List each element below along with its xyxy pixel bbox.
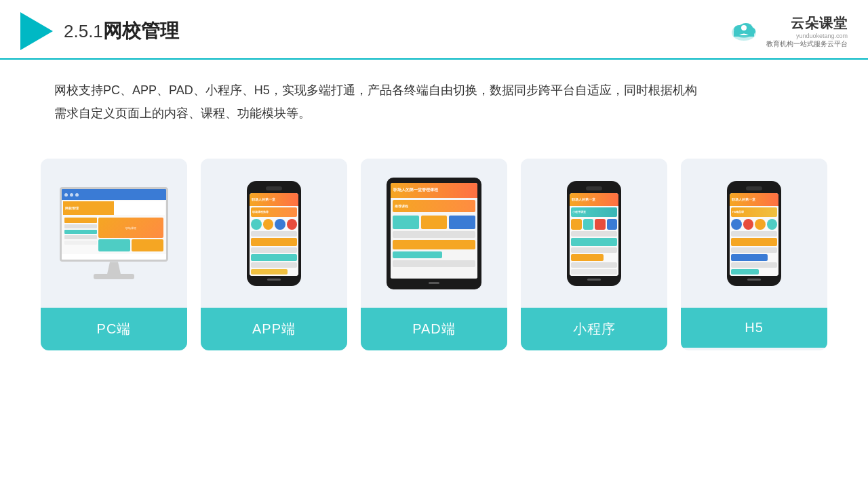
h5-phone-icon: 职场人的第一堂 H5精品课 <box>727 181 781 286</box>
miniapp-phone-icon: 职场人的第一堂 小程序课堂 <box>567 181 621 286</box>
card-pc-image: 网校管理 职场课程 <box>41 159 187 308</box>
logo-tagline: 教育机构一站式服务云平台 <box>766 39 848 49</box>
svg-point-6 <box>741 25 747 30</box>
play-icon <box>20 12 53 50</box>
card-pad-image: 职场人的第一堂管理课程 推荐课程 <box>361 159 507 308</box>
page-header: 2.5.1网校管理 云朵课堂 yunduoketang.com 教育机构一站式服… <box>0 0 868 60</box>
logo-url: yunduoketang.com <box>766 33 848 39</box>
card-pc-label: PC端 <box>41 308 187 350</box>
logo-text-area: 云朵课堂 yunduoketang.com 教育机构一站式服务云平台 <box>766 14 848 49</box>
page-description: 网校支持PC、APP、PAD、小程序、H5，实现多端打通，产品各终端自由切换，数… <box>0 60 868 138</box>
card-app: 职场人的第一堂 职场课程推荐 <box>201 159 347 350</box>
pad-tablet-icon: 职场人的第一堂管理课程 推荐课程 <box>387 178 481 289</box>
card-pad: 职场人的第一堂管理课程 推荐课程 <box>361 159 507 350</box>
pc-monitor-icon: 网校管理 职场课程 <box>60 187 168 279</box>
page-title-text: 网校管理 <box>103 20 179 41</box>
page-title-number: 2.5.1 <box>64 21 103 41</box>
card-app-label: APP端 <box>201 308 347 350</box>
card-h5-image: 职场人的第一堂 H5精品课 <box>681 159 827 308</box>
description-text-2: 需求自定义页面上的内容、课程、功能模块等。 <box>54 102 814 125</box>
cards-container: 网校管理 职场课程 <box>0 145 868 371</box>
card-miniapp-label: 小程序 <box>521 308 667 350</box>
card-miniapp: 职场人的第一堂 小程序课堂 <box>521 159 667 350</box>
card-h5: 职场人的第一堂 H5精品课 <box>681 159 827 350</box>
page-title: 2.5.1网校管理 <box>64 18 179 44</box>
app-phone-icon: 职场人的第一堂 职场课程推荐 <box>247 181 301 286</box>
logo-area: 云朵课堂 yunduoketang.com 教育机构一站式服务云平台 <box>727 14 848 49</box>
card-app-image: 职场人的第一堂 职场课程推荐 <box>201 159 347 308</box>
card-h5-label: H5 <box>681 308 827 348</box>
card-pc: 网校管理 职场课程 <box>41 159 187 350</box>
description-text: 网校支持PC、APP、PAD、小程序、H5，实现多端打通，产品各终端自由切换，数… <box>54 79 814 102</box>
header-left: 2.5.1网校管理 <box>20 12 179 50</box>
logo-name: 云朵课堂 <box>766 14 848 33</box>
card-pad-label: PAD端 <box>361 308 507 350</box>
card-miniapp-image: 职场人的第一堂 小程序课堂 <box>521 159 667 308</box>
logo-icon <box>727 19 761 43</box>
